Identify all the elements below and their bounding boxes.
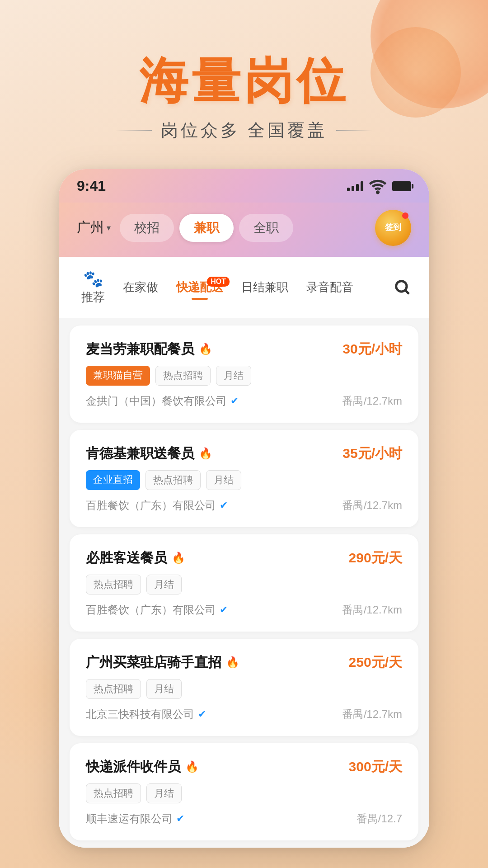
location-4: 番禺/12.7km bbox=[342, 707, 402, 722]
job-footer-5: 顺丰速运有限公司 ✔ 番禺/12.7 bbox=[86, 811, 402, 826]
subtitle-row: 岗位众多 全国覆盖 bbox=[0, 119, 488, 142]
company-name-2: 百胜餐饮（广东）有限公司 bbox=[86, 498, 216, 513]
job-title-row-2: 肯德基兼职送餐员 🔥 bbox=[86, 444, 212, 463]
wifi-icon bbox=[369, 177, 387, 195]
cat-tab-label-daily: 日结兼职 bbox=[241, 279, 288, 295]
city-name: 广州 bbox=[77, 218, 104, 237]
company-name-4: 北京三快科技有限公司 bbox=[86, 707, 194, 722]
nav-tab-quanzhi[interactable]: 全职 bbox=[239, 214, 293, 242]
job-title-row-1: 麦当劳兼职配餐员 🔥 bbox=[86, 340, 212, 359]
job-card-2[interactable]: 肯德基兼职送餐员 🔥 35元/小时 企业直招 热点招聘 月结 百胜餐饮（广东）有… bbox=[70, 430, 418, 527]
job-header-3: 必胜客送餐员 🔥 290元/天 bbox=[86, 549, 402, 567]
job-title-1: 麦当劳兼职配餐员 bbox=[86, 340, 194, 359]
phone-mockup: 9:41 广州 ▾ 校招 兼职 全职 bbox=[59, 169, 429, 848]
nav-tab-jianzhi[interactable]: 兼职 bbox=[179, 214, 234, 242]
job-tag-1-2: 月结 bbox=[216, 366, 251, 386]
job-salary-2: 35元/小时 bbox=[343, 444, 402, 463]
nav-tab-xiaozhao[interactable]: 校招 bbox=[120, 214, 174, 242]
job-tag-4-1: 月结 bbox=[146, 679, 182, 699]
job-title-5: 快递派件收件员 bbox=[86, 758, 181, 776]
battery-icon bbox=[392, 181, 411, 191]
status-time: 9:41 bbox=[77, 178, 106, 194]
verified-icon-2: ✔ bbox=[220, 500, 228, 511]
job-tag-2-2: 月结 bbox=[206, 470, 241, 490]
job-title-row-3: 必胜客送餐员 🔥 bbox=[86, 549, 185, 567]
job-tag-3-0: 热点招聘 bbox=[86, 575, 141, 594]
verified-icon-1: ✔ bbox=[230, 395, 239, 407]
job-tags-5: 热点招聘 月结 bbox=[86, 783, 402, 803]
sign-in-button[interactable]: 签到 bbox=[375, 210, 411, 246]
job-card-4[interactable]: 广州买菜驻店骑手直招 🔥 250元/天 热点招聘 月结 北京三快科技有限公司 ✔… bbox=[70, 639, 418, 736]
job-tag-5-0: 热点招聘 bbox=[86, 783, 141, 803]
search-button[interactable] bbox=[389, 274, 416, 301]
company-row-2: 百胜餐饮（广东）有限公司 ✔ bbox=[86, 498, 228, 513]
job-header-1: 麦当劳兼职配餐员 🔥 30元/小时 bbox=[86, 340, 402, 359]
job-tag-3-1: 月结 bbox=[146, 575, 182, 594]
job-tags-2: 企业直招 热点招聘 月结 bbox=[86, 470, 402, 490]
cat-tab-label-audio: 录音配音 bbox=[306, 279, 353, 295]
header-section: 海量岗位 岗位众多 全国覆盖 bbox=[0, 0, 488, 169]
job-footer-1: 金拱门（中国）餐饮有限公司 ✔ 番禺/12.7km bbox=[86, 394, 402, 408]
subtitle-line-left bbox=[116, 130, 152, 131]
subtitle-text: 岗位众多 全国覆盖 bbox=[161, 119, 328, 142]
job-tag-2-0: 企业直招 bbox=[86, 470, 140, 490]
svg-point-0 bbox=[377, 191, 378, 193]
location-1: 番禺/12.7km bbox=[342, 394, 402, 408]
job-tag-5-1: 月结 bbox=[146, 783, 182, 803]
signal-icon bbox=[347, 181, 363, 191]
fire-icon-4: 🔥 bbox=[226, 656, 239, 669]
verified-icon-4: ✔ bbox=[198, 708, 206, 720]
job-title-3: 必胜客送餐员 bbox=[86, 549, 167, 567]
location-2: 番禺/12.7km bbox=[342, 498, 402, 513]
job-footer-4: 北京三快科技有限公司 ✔ 番禺/12.7km bbox=[86, 707, 402, 722]
company-name-1: 金拱门（中国）餐饮有限公司 bbox=[86, 394, 227, 408]
cat-tab-label-home: 在家做 bbox=[123, 279, 158, 295]
search-icon bbox=[393, 278, 411, 296]
job-title-2: 肯德基兼职送餐员 bbox=[86, 444, 194, 463]
sign-in-notification-dot bbox=[402, 212, 408, 219]
cat-tab-label-recommend: 推荐 bbox=[81, 289, 105, 305]
job-tag-1-1: 热点招聘 bbox=[155, 366, 211, 386]
sign-in-label: 签到 bbox=[385, 223, 401, 232]
company-row-4: 北京三快科技有限公司 ✔ bbox=[86, 707, 206, 722]
job-salary-4: 250元/天 bbox=[349, 653, 402, 672]
location-3: 番禺/12.7km bbox=[342, 603, 402, 617]
job-tags-3: 热点招聘 月结 bbox=[86, 575, 402, 594]
job-list: 麦当劳兼职配餐员 🔥 30元/小时 兼职猫自营 热点招聘 月结 金拱门（中国）餐… bbox=[59, 318, 429, 848]
location-5: 番禺/12.7 bbox=[357, 811, 402, 826]
cat-tab-delivery[interactable]: HOT 快递配送 bbox=[167, 276, 232, 299]
job-tags-1: 兼职猫自营 热点招聘 月结 bbox=[86, 366, 402, 386]
svg-point-1 bbox=[396, 281, 407, 292]
chevron-down-icon: ▾ bbox=[107, 223, 111, 233]
fire-icon-3: 🔥 bbox=[172, 552, 185, 564]
job-tag-2-1: 热点招聘 bbox=[145, 470, 201, 490]
company-row-5: 顺丰速运有限公司 ✔ bbox=[86, 811, 184, 826]
cat-tab-daily[interactable]: 日结兼职 bbox=[232, 276, 297, 299]
cat-tab-recommend[interactable]: 🐾 推荐 bbox=[72, 266, 114, 309]
main-title: 海量岗位 bbox=[0, 54, 488, 108]
company-name-3: 百胜餐饮（广东）有限公司 bbox=[86, 603, 216, 617]
nav-bar: 广州 ▾ 校招 兼职 全职 签到 bbox=[59, 203, 429, 257]
job-card-3[interactable]: 必胜客送餐员 🔥 290元/天 热点招聘 月结 百胜餐饮（广东）有限公司 ✔ 番… bbox=[70, 534, 418, 632]
verified-icon-3: ✔ bbox=[220, 604, 228, 616]
subtitle-line-right bbox=[336, 130, 372, 131]
job-salary-1: 30元/小时 bbox=[343, 340, 402, 359]
job-card-1[interactable]: 麦当劳兼职配餐员 🔥 30元/小时 兼职猫自营 热点招聘 月结 金拱门（中国）餐… bbox=[70, 326, 418, 423]
fire-icon-5: 🔥 bbox=[185, 760, 199, 773]
cat-tab-audio[interactable]: 录音配音 bbox=[297, 276, 362, 299]
cat-tab-home[interactable]: 在家做 bbox=[114, 276, 167, 299]
job-card-5[interactable]: 快递派件收件员 🔥 300元/天 热点招聘 月结 顺丰速运有限公司 ✔ 番禺/1… bbox=[70, 743, 418, 840]
fire-icon-2: 🔥 bbox=[199, 447, 212, 460]
city-selector[interactable]: 广州 ▾ bbox=[77, 218, 111, 237]
verified-icon-5: ✔ bbox=[176, 813, 184, 825]
job-title-row-5: 快递派件收件员 🔥 bbox=[86, 758, 199, 776]
job-header-4: 广州买菜驻店骑手直招 🔥 250元/天 bbox=[86, 653, 402, 672]
job-tag-4-0: 热点招聘 bbox=[86, 679, 141, 699]
job-header-2: 肯德基兼职送餐员 🔥 35元/小时 bbox=[86, 444, 402, 463]
company-row-3: 百胜餐饮（广东）有限公司 ✔ bbox=[86, 603, 228, 617]
status-icons bbox=[347, 177, 411, 195]
fire-icon-1: 🔥 bbox=[199, 343, 212, 355]
job-footer-2: 百胜餐饮（广东）有限公司 ✔ 番禺/12.7km bbox=[86, 498, 402, 513]
job-footer-3: 百胜餐饮（广东）有限公司 ✔ 番禺/12.7km bbox=[86, 603, 402, 617]
paw-icon: 🐾 bbox=[83, 269, 103, 288]
